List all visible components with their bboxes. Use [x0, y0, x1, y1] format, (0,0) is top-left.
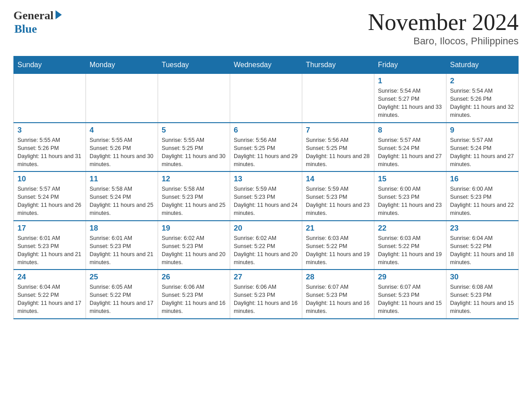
- calendar-cell: 14Sunrise: 5:59 AM Sunset: 5:23 PM Dayli…: [302, 171, 374, 221]
- day-number: 9: [450, 126, 515, 135]
- day-info: Sunrise: 6:02 AM Sunset: 5:22 PM Dayligh…: [234, 234, 298, 267]
- page-subtitle: Baro, Ilocos, Philippines: [368, 35, 519, 47]
- title-section: November 2024 Baro, Ilocos, Philippines: [368, 9, 519, 47]
- calendar-cell: [14, 74, 86, 123]
- day-number: 13: [234, 175, 298, 184]
- page-title: November 2024: [368, 9, 519, 35]
- day-number: 23: [450, 224, 515, 233]
- day-number: 17: [17, 224, 82, 233]
- calendar-cell: 22Sunrise: 6:03 AM Sunset: 5:22 PM Dayli…: [374, 221, 446, 270]
- day-info: Sunrise: 6:05 AM Sunset: 5:22 PM Dayligh…: [90, 283, 154, 316]
- calendar-table: SundayMondayTuesdayWednesdayThursdayFrid…: [13, 56, 519, 319]
- day-info: Sunrise: 5:54 AM Sunset: 5:26 PM Dayligh…: [450, 87, 515, 120]
- calendar-cell: [158, 74, 230, 123]
- calendar-cell: 7Sunrise: 5:56 AM Sunset: 5:25 PM Daylig…: [302, 123, 374, 172]
- day-number: 25: [90, 273, 154, 282]
- day-number: 15: [378, 175, 442, 184]
- day-number: 7: [306, 126, 370, 135]
- day-number: 8: [378, 126, 442, 135]
- calendar-cell: [302, 74, 374, 123]
- calendar-cell: 28Sunrise: 6:07 AM Sunset: 5:23 PM Dayli…: [302, 270, 374, 319]
- day-info: Sunrise: 6:01 AM Sunset: 5:23 PM Dayligh…: [90, 234, 154, 267]
- calendar-cell: 23Sunrise: 6:04 AM Sunset: 5:22 PM Dayli…: [446, 221, 519, 270]
- day-number: 3: [17, 126, 82, 135]
- day-info: Sunrise: 6:06 AM Sunset: 5:23 PM Dayligh…: [234, 283, 298, 316]
- column-header-wednesday: Wednesday: [230, 56, 302, 74]
- calendar-cell: 9Sunrise: 5:57 AM Sunset: 5:24 PM Daylig…: [446, 123, 519, 172]
- day-number: 4: [90, 126, 154, 135]
- calendar-cell: 17Sunrise: 6:01 AM Sunset: 5:23 PM Dayli…: [14, 221, 86, 270]
- day-info: Sunrise: 6:03 AM Sunset: 5:22 PM Dayligh…: [306, 234, 370, 267]
- day-number: 14: [306, 175, 370, 184]
- day-number: 29: [378, 273, 442, 282]
- logo-general-text: General: [13, 9, 54, 22]
- day-number: 5: [162, 126, 226, 135]
- day-info: Sunrise: 5:57 AM Sunset: 5:24 PM Dayligh…: [378, 136, 442, 169]
- logo-blue-text: Blue: [14, 22, 37, 36]
- day-info: Sunrise: 6:08 AM Sunset: 5:23 PM Dayligh…: [450, 283, 515, 316]
- calendar-cell: 20Sunrise: 6:02 AM Sunset: 5:22 PM Dayli…: [230, 221, 302, 270]
- day-info: Sunrise: 6:07 AM Sunset: 5:23 PM Dayligh…: [378, 283, 442, 316]
- day-number: 16: [450, 175, 515, 184]
- day-info: Sunrise: 6:00 AM Sunset: 5:23 PM Dayligh…: [378, 185, 442, 218]
- calendar-cell: 5Sunrise: 5:55 AM Sunset: 5:25 PM Daylig…: [158, 123, 230, 172]
- day-info: Sunrise: 6:01 AM Sunset: 5:23 PM Dayligh…: [17, 234, 82, 267]
- column-header-monday: Monday: [86, 56, 158, 74]
- calendar-cell: 10Sunrise: 5:57 AM Sunset: 5:24 PM Dayli…: [14, 171, 86, 221]
- page-header: General Blue November 2024 Baro, Ilocos,…: [13, 9, 519, 47]
- day-info: Sunrise: 6:07 AM Sunset: 5:23 PM Dayligh…: [306, 283, 370, 316]
- day-info: Sunrise: 5:54 AM Sunset: 5:27 PM Dayligh…: [378, 87, 442, 120]
- day-number: 18: [90, 224, 154, 233]
- calendar-cell: 13Sunrise: 5:59 AM Sunset: 5:23 PM Dayli…: [230, 171, 302, 221]
- day-info: Sunrise: 5:56 AM Sunset: 5:25 PM Dayligh…: [234, 136, 298, 169]
- logo-arrow-icon: [56, 10, 62, 19]
- column-header-friday: Friday: [374, 56, 446, 74]
- column-header-saturday: Saturday: [446, 56, 519, 74]
- day-number: 24: [17, 273, 82, 282]
- calendar-cell: [86, 74, 158, 123]
- day-info: Sunrise: 5:58 AM Sunset: 5:23 PM Dayligh…: [162, 185, 226, 218]
- day-number: 6: [234, 126, 298, 135]
- day-number: 27: [234, 273, 298, 282]
- calendar-week-row: 17Sunrise: 6:01 AM Sunset: 5:23 PM Dayli…: [14, 221, 519, 270]
- calendar-cell: 16Sunrise: 6:00 AM Sunset: 5:23 PM Dayli…: [446, 171, 519, 221]
- calendar-cell: 29Sunrise: 6:07 AM Sunset: 5:23 PM Dayli…: [374, 270, 446, 319]
- day-number: 10: [17, 175, 82, 184]
- day-info: Sunrise: 6:02 AM Sunset: 5:23 PM Dayligh…: [162, 234, 226, 267]
- calendar-cell: 26Sunrise: 6:06 AM Sunset: 5:23 PM Dayli…: [158, 270, 230, 319]
- calendar-cell: [230, 74, 302, 123]
- day-info: Sunrise: 6:04 AM Sunset: 5:22 PM Dayligh…: [17, 283, 82, 316]
- day-number: 20: [234, 224, 298, 233]
- day-number: 12: [162, 175, 226, 184]
- calendar-cell: 1Sunrise: 5:54 AM Sunset: 5:27 PM Daylig…: [374, 74, 446, 123]
- day-info: Sunrise: 6:03 AM Sunset: 5:22 PM Dayligh…: [378, 234, 442, 267]
- calendar-cell: 12Sunrise: 5:58 AM Sunset: 5:23 PM Dayli…: [158, 171, 230, 221]
- day-info: Sunrise: 5:55 AM Sunset: 5:26 PM Dayligh…: [17, 136, 82, 169]
- calendar-cell: 30Sunrise: 6:08 AM Sunset: 5:23 PM Dayli…: [446, 270, 519, 319]
- day-info: Sunrise: 5:58 AM Sunset: 5:24 PM Dayligh…: [90, 185, 154, 218]
- day-number: 26: [162, 273, 226, 282]
- day-info: Sunrise: 6:06 AM Sunset: 5:23 PM Dayligh…: [162, 283, 226, 316]
- day-number: 19: [162, 224, 226, 233]
- day-number: 2: [450, 77, 515, 86]
- day-info: Sunrise: 5:57 AM Sunset: 5:24 PM Dayligh…: [450, 136, 515, 169]
- day-info: Sunrise: 5:55 AM Sunset: 5:26 PM Dayligh…: [90, 136, 154, 169]
- day-number: 28: [306, 273, 370, 282]
- day-info: Sunrise: 5:59 AM Sunset: 5:23 PM Dayligh…: [234, 185, 298, 218]
- day-number: 1: [378, 77, 442, 86]
- day-info: Sunrise: 6:00 AM Sunset: 5:23 PM Dayligh…: [450, 185, 515, 218]
- calendar-cell: 21Sunrise: 6:03 AM Sunset: 5:22 PM Dayli…: [302, 221, 374, 270]
- day-number: 22: [378, 224, 442, 233]
- column-header-sunday: Sunday: [14, 56, 86, 74]
- calendar-week-row: 1Sunrise: 5:54 AM Sunset: 5:27 PM Daylig…: [14, 74, 519, 123]
- calendar-cell: 6Sunrise: 5:56 AM Sunset: 5:25 PM Daylig…: [230, 123, 302, 172]
- calendar-cell: 27Sunrise: 6:06 AM Sunset: 5:23 PM Dayli…: [230, 270, 302, 319]
- calendar-header-row: SundayMondayTuesdayWednesdayThursdayFrid…: [14, 56, 519, 74]
- day-info: Sunrise: 5:56 AM Sunset: 5:25 PM Dayligh…: [306, 136, 370, 169]
- calendar-cell: 15Sunrise: 6:00 AM Sunset: 5:23 PM Dayli…: [374, 171, 446, 221]
- calendar-cell: 11Sunrise: 5:58 AM Sunset: 5:24 PM Dayli…: [86, 171, 158, 221]
- calendar-week-row: 24Sunrise: 6:04 AM Sunset: 5:22 PM Dayli…: [14, 270, 519, 319]
- calendar-cell: 4Sunrise: 5:55 AM Sunset: 5:26 PM Daylig…: [86, 123, 158, 172]
- calendar-cell: 19Sunrise: 6:02 AM Sunset: 5:23 PM Dayli…: [158, 221, 230, 270]
- calendar-week-row: 10Sunrise: 5:57 AM Sunset: 5:24 PM Dayli…: [14, 171, 519, 221]
